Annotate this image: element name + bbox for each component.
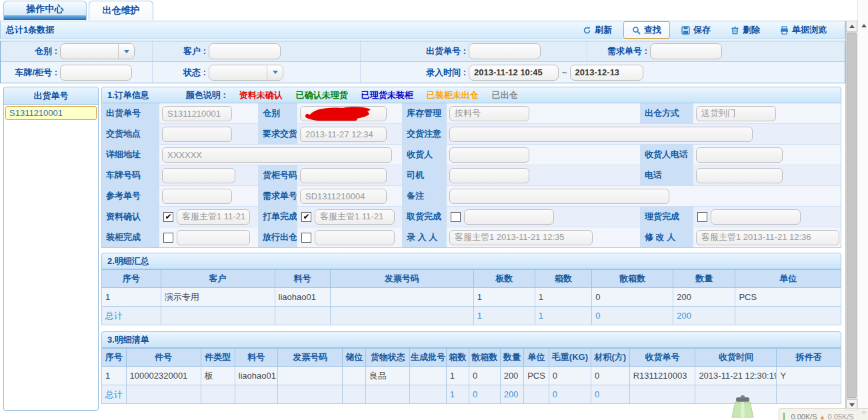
table-cell: 板	[201, 367, 235, 385]
table-cell	[343, 367, 365, 385]
load-done-checkbox[interactable]	[163, 233, 173, 243]
button-label: 删除	[743, 24, 760, 36]
phone-field	[696, 168, 783, 183]
table-cell	[275, 307, 330, 325]
column-header: 数量	[500, 349, 523, 367]
consignee-phone-field	[696, 147, 783, 163]
ref-no-field	[162, 189, 232, 204]
data-confirm-checkbox[interactable]: ✔	[163, 212, 173, 222]
filter-shipment-no: 出货单号 :	[361, 41, 587, 61]
column-header: 散箱数	[469, 349, 501, 367]
phone-value	[693, 165, 841, 185]
remark-field	[449, 189, 669, 204]
shipment-no-input[interactable]	[469, 43, 541, 59]
legend-item-out: 已出仓	[492, 89, 518, 101]
table-cell: 200	[673, 307, 735, 325]
table-cell: 0	[469, 385, 501, 404]
scroll-up-button[interactable]	[846, 21, 857, 32]
driver-field	[449, 168, 529, 183]
column-header: 单位	[735, 270, 841, 288]
chevron-down-icon[interactable]	[267, 65, 283, 80]
table-cell: 1	[102, 288, 161, 307]
order-info-section-header: 1.订单信息 颜色说明 : 资料未确认 已确认未理货 已理货未装柜 已装柜未出仓…	[101, 87, 841, 103]
pick-done-checkbox[interactable]	[451, 212, 461, 222]
document-browse-button[interactable]: 单据浏览	[771, 21, 835, 39]
browser-scroll-up-button[interactable]	[858, 20, 868, 31]
table-cell: 200	[500, 367, 523, 385]
column-header: 收货时间	[695, 349, 777, 367]
table-cell: liaohao01	[235, 367, 277, 385]
column-header: 料号	[275, 270, 330, 288]
demand-no-input[interactable]	[650, 43, 722, 59]
remark-label: 备注	[403, 186, 446, 206]
button-label: 单据浏览	[792, 24, 827, 36]
table-cell	[365, 385, 410, 404]
app-vertical-scrollbar[interactable]	[845, 21, 857, 411]
save-button[interactable]: 保存	[673, 21, 719, 39]
inventory-mgmt-value: 按料号	[447, 103, 640, 123]
warehouse-value	[297, 103, 402, 123]
search-filter-panel: 仓别 : 客户 : 出货单号 : 需求单号 : 车牌/柜号 : 状态	[0, 41, 845, 83]
legend-item-confirmed-untallied: 已确认未理货	[296, 89, 348, 101]
table-cell: 0	[592, 288, 673, 307]
tally-done-checkbox[interactable]	[697, 212, 707, 222]
release-done-checkbox[interactable]	[301, 233, 311, 243]
wms-app-window: 操作中心 出仓维护 总计1条数据 刷新 查找 保存 删除	[0, 0, 868, 420]
toolbar-buttons: 刷新 查找 保存 删除 单据浏览	[574, 21, 845, 39]
release-done-value	[297, 227, 402, 247]
demand-no-value: SD1311210004	[297, 186, 402, 206]
status-select[interactable]	[209, 65, 283, 81]
column-header: 序号	[102, 270, 161, 288]
table-row[interactable]: 1100002320001板liaohao01良品10200PCS00R1311…	[102, 367, 841, 385]
column-header: 单位	[524, 349, 549, 367]
refresh-button[interactable]: 刷新	[574, 21, 621, 39]
legend-item-tallied-unloaded: 已理货未装柜	[361, 89, 413, 101]
table-cell: 100002320001	[126, 367, 201, 385]
filter-entry-time: 录入时间 : 2013-11-12 10:45 ~ 2013-12-13	[361, 62, 845, 83]
chevron-down-icon[interactable]	[118, 44, 134, 59]
print-done-checkbox[interactable]: ✔	[301, 212, 311, 222]
column-header: 序号	[102, 349, 127, 367]
browser-vertical-scrollbar[interactable]	[857, 0, 868, 420]
table-cell: 200	[500, 385, 523, 404]
pick-done-label: 取货完成	[403, 207, 446, 227]
scrollbar-thumb[interactable]	[847, 33, 857, 398]
table-cell: PCS	[524, 367, 549, 385]
table-cell: 1	[446, 385, 469, 404]
table-cell: Y	[777, 367, 841, 385]
column-header: 发票号码	[330, 270, 473, 288]
table-cell	[277, 385, 343, 404]
column-header: 箱数	[446, 349, 469, 367]
status-filter-label: 状态 :	[153, 67, 206, 79]
load-done-value	[159, 227, 258, 247]
table-row[interactable]: 1演示专用liaohao01110200PCS	[102, 288, 841, 307]
tab-operation-center[interactable]: 操作中心	[3, 1, 87, 20]
warehouse-select[interactable]	[60, 43, 135, 59]
header-row: 序号客户料号发票号码板数箱数散箱数数量单位	[102, 270, 841, 288]
legend-label: 颜色说明 :	[186, 89, 226, 101]
button-label: 刷新	[595, 24, 612, 36]
data-confirm-field: 客服主管1 11-21	[177, 209, 250, 225]
entry-time-to-input[interactable]: 2013-12-13	[570, 65, 643, 81]
required-delivery-label: 要求交货	[259, 124, 297, 144]
table-cell	[235, 385, 277, 404]
shipment-list-item[interactable]: S1311210001	[5, 106, 97, 120]
section-title: 2.明细汇总	[107, 255, 149, 267]
consignee-phone-value	[693, 145, 841, 165]
table-cell	[410, 367, 446, 385]
column-header: 料号	[235, 349, 277, 367]
table-cell	[410, 385, 446, 404]
column-header: 毛重(KG)	[549, 349, 591, 367]
tab-outbound-maintenance[interactable]: 出仓维护	[89, 1, 153, 20]
table-cell	[126, 385, 201, 404]
search-button[interactable]: 查找	[623, 21, 670, 39]
customer-input[interactable]	[209, 43, 281, 59]
filter-status: 状态 :	[153, 62, 361, 83]
warehouse-label: 仓别	[259, 103, 297, 123]
table-cell	[735, 307, 841, 325]
filter-plate: 车牌/柜号 :	[1, 62, 153, 83]
plate-input[interactable]	[60, 65, 132, 81]
column-header: 散箱数	[592, 270, 673, 288]
delete-button[interactable]: 删除	[722, 21, 769, 39]
entry-time-from-input[interactable]: 2013-11-12 10:45	[469, 65, 559, 81]
